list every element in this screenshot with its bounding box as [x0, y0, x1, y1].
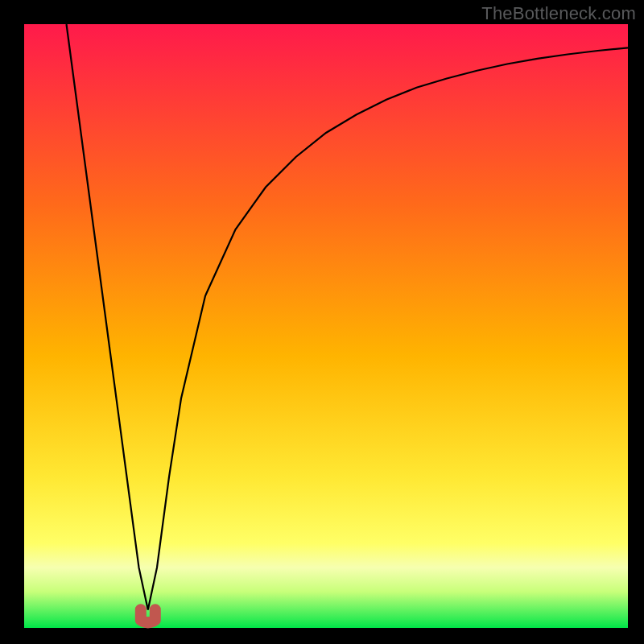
watermark-text: TheBottleneck.com [481, 3, 636, 24]
plot-background [24, 24, 628, 628]
chart-svg [0, 0, 644, 644]
chart-frame: TheBottleneck.com [0, 0, 644, 644]
